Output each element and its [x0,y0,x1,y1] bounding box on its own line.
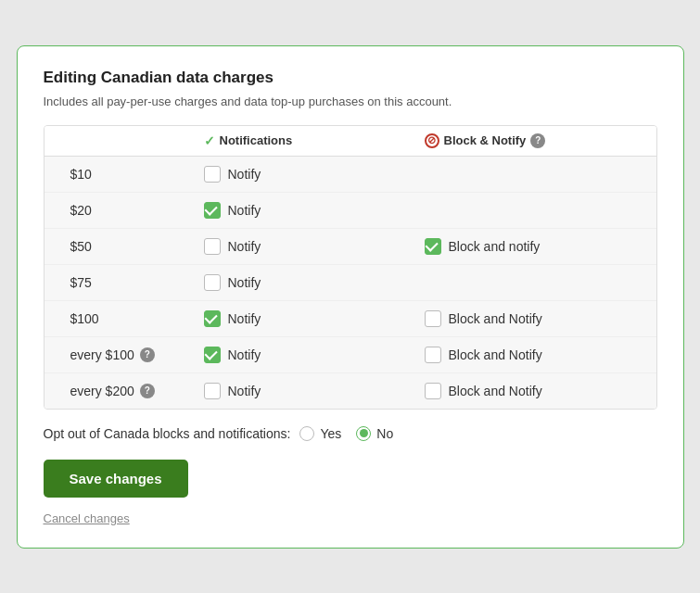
every200-help-icon[interactable]: ? [140,384,155,398]
opt-out-yes-label: Yes [320,426,341,441]
opt-out-no-label: No [376,426,393,441]
opt-out-label: Opt out of Canada blocks and notificatio… [44,426,291,441]
row-label-10: $10 [56,167,204,182]
notify-checkbox-every200[interactable] [204,383,221,399]
notify-checkbox-10[interactable] [204,166,221,183]
notify-checkbox-100[interactable] [204,310,221,327]
table-row: $10 Notify [45,157,656,193]
notify-checkbox-50[interactable] [204,238,221,255]
table-row: $20 Notify [45,193,656,229]
edit-canadian-charges-card: Editing Canadian data charges Includes a… [17,45,684,549]
block-cell-every100: Block and Notify [425,347,645,363]
block-cell-50: Block and notify [425,238,645,255]
table-row: every $200 ? Notify Block and Notify [45,373,656,409]
notifications-header: ✓ Notifications [204,133,425,148]
notify-cell-every100: Notify [204,347,425,363]
table-row: every $100 ? Notify Block and Notify [45,337,656,373]
notify-cell-20: Notify [204,202,425,219]
row-label-100: $100 [56,311,204,326]
save-button[interactable]: Save changes [44,460,188,498]
card-title: Editing Canadian data charges [44,69,657,87]
block-checkbox-50[interactable] [425,238,441,255]
opt-out-no-radio[interactable] [356,426,371,441]
row-label-every100: every $100 ? [56,347,204,362]
block-header-icon: ⊘ [425,133,439,148]
table-row: $75 Notify [45,265,656,301]
notify-cell-75: Notify [204,274,425,291]
opt-out-yes-option[interactable]: Yes [299,426,341,441]
notify-cell-every200: Notify [204,383,425,399]
charges-table: ✓ Notifications ⊘ Block & Notify ? $10 N… [44,125,657,410]
block-notify-header: ⊘ Block & Notify ? [425,133,645,148]
card-subtitle: Includes all pay-per-use charges and dat… [44,95,657,108]
check-header-icon: ✓ [204,133,215,148]
notify-checkbox-75[interactable] [204,274,221,291]
block-checkbox-every100[interactable] [425,347,441,363]
block-cell-every200: Block and Notify [425,383,645,399]
block-cell-100: Block and Notify [425,310,645,327]
row-label-50: $50 [56,239,204,254]
opt-out-no-option[interactable]: No [356,426,393,441]
block-checkbox-100[interactable] [425,310,441,327]
opt-out-section: Opt out of Canada blocks and notificatio… [44,426,657,441]
notify-cell-100: Notify [204,310,425,327]
notify-cell-50: Notify [204,238,425,255]
opt-out-yes-radio[interactable] [299,426,314,441]
table-row: $100 Notify Block and Notify [45,301,656,337]
table-header: ✓ Notifications ⊘ Block & Notify ? [45,126,656,157]
cancel-button[interactable]: Cancel changes [44,511,130,525]
row-label-20: $20 [56,203,204,218]
block-checkbox-every200[interactable] [425,383,441,399]
row-label-every200: every $200 ? [56,384,204,398]
table-row: $50 Notify Block and notify [45,229,656,265]
notify-checkbox-every100[interactable] [204,347,221,363]
every100-help-icon[interactable]: ? [140,347,155,362]
block-notify-help-icon[interactable]: ? [530,133,545,148]
row-label-75: $75 [56,275,204,290]
opt-out-radio-group: Yes No [299,426,393,441]
notify-checkbox-20[interactable] [204,202,221,219]
notify-cell-10: Notify [204,166,425,183]
